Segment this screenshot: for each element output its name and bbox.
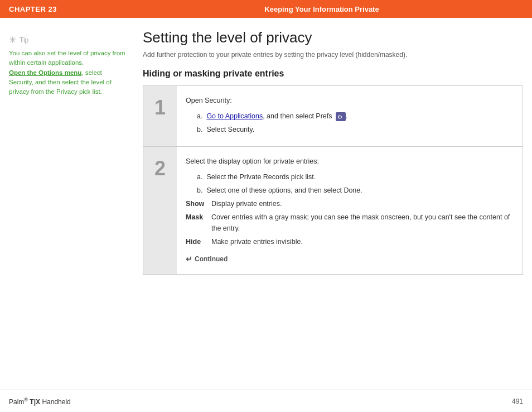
footer-page-number: 491 [512,397,523,405]
step-2-sub-b-label: b. [197,186,202,194]
step-1-body: Open Security: a. Go to Applications, an… [177,86,523,146]
option-hide-desc: Make private entries invisible. [211,236,514,247]
step-1-sub-a: a. Go to Applications, and then select P… [197,111,514,122]
step-1-number: 1 [143,86,177,146]
step-2-heading: Select the display option for private en… [186,156,514,167]
prefs-icon [336,112,346,121]
page-title: Setting the level of privacy [143,29,523,46]
option-hide-label: Hide [186,236,207,247]
step-2-sub-a: a. Select the Private Records pick list. [197,171,514,183]
option-mask-desc: Cover entries with a gray mask; you can … [211,212,514,234]
main-content: ✳ Tip You can also set the level of priv… [0,18,532,390]
chapter-title: Keeping Your Information Private [120,5,523,13]
option-show-label: Show [186,198,207,209]
continued-line: ↵ Continued [186,253,514,265]
step-2: 2 Select the display option for private … [143,147,523,274]
footer-brand: Palm® T|X Handheld [9,397,71,406]
open-options-menu-link[interactable]: Open the Options menu [9,69,81,76]
continued-arrow-icon: ↵ [186,253,192,265]
step-1: 1 Open Security: a. Go to Applications, … [143,86,523,146]
footer: Palm® T|X Handheld 491 [0,390,532,412]
step-2-body: Select the display option for private en… [177,147,523,274]
step-1-sub-a-text-after: , and then select Prefs [263,112,332,120]
step-1-heading: Open Security: [186,95,514,106]
tip-header: ✳ Tip [9,35,126,45]
content-area: Setting the level of privacy Add further… [137,29,523,390]
step-1-container: 1 Open Security: a. Go to Applications, … [143,85,523,147]
tip-body: You can also set the level of privacy fr… [9,49,126,97]
option-mask-label: Mask [186,212,207,223]
step-2-sub-a-text: Select the Private Records pick list. [206,173,316,181]
go-to-applications-link[interactable]: Go to Applications [206,112,263,120]
step-1-sub-b-label: b. [197,126,202,133]
step-2-sub-b-text: Select one of these options, and then se… [206,186,362,194]
tip-star-icon: ✳ [9,35,16,45]
option-hide-row: Hide Make private entries invisible. [186,236,514,247]
option-show-row: Show Display private entries. [186,198,514,209]
brand-type: Handheld [42,398,70,406]
sidebar: ✳ Tip You can also set the level of priv… [9,29,137,390]
step-2-container: 2 Select the display option for private … [143,147,523,275]
continued-text: Continued [195,254,228,265]
step-1-sub-a-label: a. [197,112,202,120]
step-1-sub-b: b. Select Security. [197,124,514,135]
option-show-desc: Display private entries. [211,198,514,209]
step-2-sub-a-label: a. [197,173,202,181]
tip-label: Tip [20,36,28,44]
brand-model: T|X [30,398,40,406]
tip-text-before: You can also set the level of privacy fr… [9,50,125,66]
brand-name: Palm [9,398,24,406]
option-mask-row: Mask Cover entries with a gray mask; you… [186,212,514,234]
chapter-label: CHAPTER 23 [9,5,120,13]
page-subtitle: Add further protection to your private e… [143,51,523,59]
header-bar: CHAPTER 23 Keeping Your Information Priv… [0,0,532,18]
step-1-sub-b-text: Select Security. [206,126,254,133]
brand-sup: ® [24,397,28,403]
step-2-sub-b: b. Select one of these options, and then… [197,185,514,196]
step-2-number: 2 [143,147,177,274]
section-title: Hiding or masking private entries [143,69,523,79]
